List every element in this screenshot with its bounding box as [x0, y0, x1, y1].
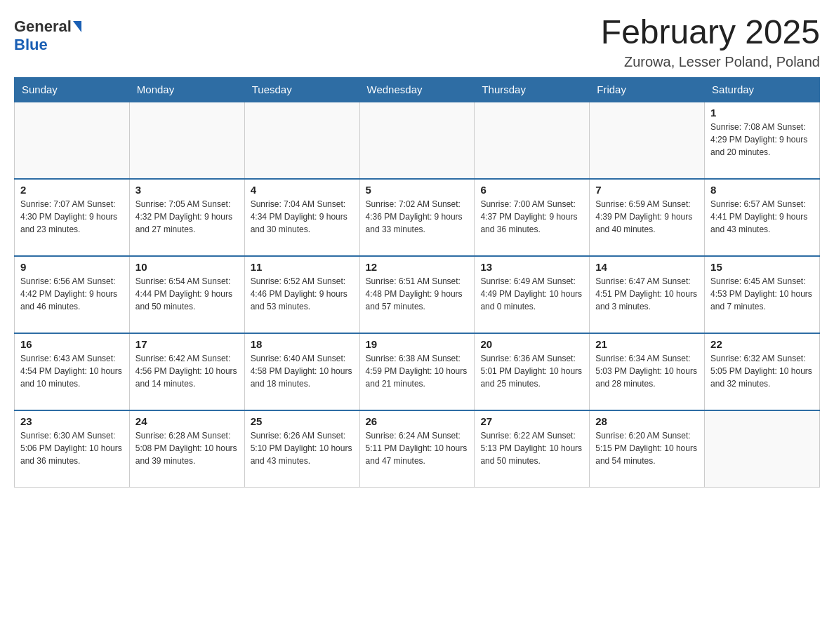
day-info: Sunrise: 7:02 AM Sunset: 4:36 PM Dayligh…	[366, 198, 469, 236]
day-info: Sunrise: 6:56 AM Sunset: 4:42 PM Dayligh…	[20, 275, 124, 313]
calendar-table: SundayMondayTuesdayWednesdayThursdayFrid…	[14, 77, 820, 488]
calendar-cell: 26Sunrise: 6:24 AM Sunset: 5:11 PM Dayli…	[359, 410, 475, 488]
calendar-cell: 4Sunrise: 7:04 AM Sunset: 4:34 PM Daylig…	[244, 179, 359, 256]
day-info: Sunrise: 7:04 AM Sunset: 4:34 PM Dayligh…	[251, 198, 354, 236]
calendar-cell: 24Sunrise: 6:28 AM Sunset: 5:08 PM Dayli…	[129, 410, 244, 488]
calendar-cell: 10Sunrise: 6:54 AM Sunset: 4:44 PM Dayli…	[129, 256, 244, 333]
day-info: Sunrise: 7:07 AM Sunset: 4:30 PM Dayligh…	[20, 198, 124, 236]
weekday-header-tuesday: Tuesday	[244, 77, 359, 102]
calendar-week-4: 16Sunrise: 6:43 AM Sunset: 4:54 PM Dayli…	[15, 333, 820, 410]
day-number: 12	[366, 261, 469, 273]
day-number: 19	[366, 338, 469, 350]
calendar-cell	[244, 102, 359, 179]
logo-blue: Blue	[14, 36, 48, 53]
day-info: Sunrise: 6:24 AM Sunset: 5:11 PM Dayligh…	[366, 429, 469, 467]
calendar-cell: 25Sunrise: 6:26 AM Sunset: 5:10 PM Dayli…	[244, 410, 359, 488]
day-number: 7	[595, 184, 699, 196]
day-number: 28	[595, 415, 699, 427]
day-number: 1	[710, 107, 814, 119]
calendar-cell: 2Sunrise: 7:07 AM Sunset: 4:30 PM Daylig…	[15, 179, 130, 256]
day-number: 14	[595, 261, 699, 273]
calendar-week-1: 1Sunrise: 7:08 AM Sunset: 4:29 PM Daylig…	[15, 102, 820, 179]
day-number: 21	[595, 338, 699, 350]
logo-arrow-icon	[73, 21, 81, 32]
day-number: 8	[710, 184, 814, 196]
calendar-cell: 6Sunrise: 7:00 AM Sunset: 4:37 PM Daylig…	[475, 179, 590, 256]
day-number: 25	[251, 415, 354, 427]
calendar-cell: 27Sunrise: 6:22 AM Sunset: 5:13 PM Dayli…	[475, 410, 590, 488]
weekday-header-thursday: Thursday	[475, 77, 590, 102]
weekday-header-sunday: Sunday	[15, 77, 130, 102]
day-number: 17	[135, 338, 239, 350]
day-info: Sunrise: 6:36 AM Sunset: 5:01 PM Dayligh…	[480, 352, 583, 390]
calendar-cell: 1Sunrise: 7:08 AM Sunset: 4:29 PM Daylig…	[705, 102, 820, 179]
logo-general: General	[14, 18, 72, 36]
day-info: Sunrise: 6:30 AM Sunset: 5:06 PM Dayligh…	[20, 429, 124, 467]
day-info: Sunrise: 6:43 AM Sunset: 4:54 PM Dayligh…	[20, 352, 124, 390]
calendar-cell: 20Sunrise: 6:36 AM Sunset: 5:01 PM Dayli…	[475, 333, 590, 410]
day-number: 23	[20, 415, 124, 427]
calendar-cell: 11Sunrise: 6:52 AM Sunset: 4:46 PM Dayli…	[244, 256, 359, 333]
weekday-header-wednesday: Wednesday	[359, 77, 475, 102]
day-info: Sunrise: 6:49 AM Sunset: 4:49 PM Dayligh…	[480, 275, 583, 313]
calendar-week-2: 2Sunrise: 7:07 AM Sunset: 4:30 PM Daylig…	[15, 179, 820, 256]
calendar-cell: 22Sunrise: 6:32 AM Sunset: 5:05 PM Dayli…	[705, 333, 820, 410]
location-title: Zurowa, Lesser Poland, Poland	[601, 54, 820, 70]
calendar-cell: 3Sunrise: 7:05 AM Sunset: 4:32 PM Daylig…	[129, 179, 244, 256]
calendar-cell: 8Sunrise: 6:57 AM Sunset: 4:41 PM Daylig…	[705, 179, 820, 256]
day-number: 3	[135, 184, 239, 196]
day-info: Sunrise: 6:51 AM Sunset: 4:48 PM Dayligh…	[366, 275, 469, 313]
day-number: 13	[480, 261, 583, 273]
page-header: General Blue February 2025 Zurowa, Lesse…	[14, 14, 820, 70]
day-info: Sunrise: 7:05 AM Sunset: 4:32 PM Dayligh…	[135, 198, 239, 236]
day-number: 24	[135, 415, 239, 427]
day-info: Sunrise: 6:45 AM Sunset: 4:53 PM Dayligh…	[710, 275, 814, 313]
calendar-week-5: 23Sunrise: 6:30 AM Sunset: 5:06 PM Dayli…	[15, 410, 820, 488]
day-info: Sunrise: 6:32 AM Sunset: 5:05 PM Dayligh…	[710, 352, 814, 390]
day-number: 10	[135, 261, 239, 273]
day-number: 22	[710, 338, 814, 350]
day-info: Sunrise: 6:22 AM Sunset: 5:13 PM Dayligh…	[480, 429, 583, 467]
day-number: 5	[366, 184, 469, 196]
day-number: 6	[480, 184, 583, 196]
calendar-cell: 7Sunrise: 6:59 AM Sunset: 4:39 PM Daylig…	[590, 179, 705, 256]
day-number: 9	[20, 261, 124, 273]
calendar-cell: 5Sunrise: 7:02 AM Sunset: 4:36 PM Daylig…	[359, 179, 475, 256]
day-info: Sunrise: 6:57 AM Sunset: 4:41 PM Dayligh…	[710, 198, 814, 236]
day-info: Sunrise: 6:28 AM Sunset: 5:08 PM Dayligh…	[135, 429, 239, 467]
weekday-header-monday: Monday	[129, 77, 244, 102]
weekday-header-friday: Friday	[590, 77, 705, 102]
calendar-cell: 16Sunrise: 6:43 AM Sunset: 4:54 PM Dayli…	[15, 333, 130, 410]
day-info: Sunrise: 6:26 AM Sunset: 5:10 PM Dayligh…	[251, 429, 354, 467]
day-number: 15	[710, 261, 814, 273]
day-number: 27	[480, 415, 583, 427]
month-title: February 2025	[601, 14, 820, 51]
calendar-cell	[15, 102, 130, 179]
calendar-week-3: 9Sunrise: 6:56 AM Sunset: 4:42 PM Daylig…	[15, 256, 820, 333]
calendar-cell	[359, 102, 475, 179]
day-info: Sunrise: 6:38 AM Sunset: 4:59 PM Dayligh…	[366, 352, 469, 390]
day-info: Sunrise: 6:34 AM Sunset: 5:03 PM Dayligh…	[595, 352, 699, 390]
day-info: Sunrise: 7:00 AM Sunset: 4:37 PM Dayligh…	[480, 198, 583, 236]
calendar-cell	[129, 102, 244, 179]
calendar-cell	[475, 102, 590, 179]
calendar-header-row: SundayMondayTuesdayWednesdayThursdayFrid…	[15, 77, 820, 102]
day-info: Sunrise: 6:52 AM Sunset: 4:46 PM Dayligh…	[251, 275, 354, 313]
calendar-cell: 19Sunrise: 6:38 AM Sunset: 4:59 PM Dayli…	[359, 333, 475, 410]
day-number: 20	[480, 338, 583, 350]
calendar-cell	[705, 410, 820, 488]
calendar-cell: 28Sunrise: 6:20 AM Sunset: 5:15 PM Dayli…	[590, 410, 705, 488]
day-info: Sunrise: 6:54 AM Sunset: 4:44 PM Dayligh…	[135, 275, 239, 313]
calendar-cell: 9Sunrise: 6:56 AM Sunset: 4:42 PM Daylig…	[15, 256, 130, 333]
logo: General Blue	[14, 14, 81, 54]
weekday-header-saturday: Saturday	[705, 77, 820, 102]
day-number: 2	[20, 184, 124, 196]
calendar-cell: 13Sunrise: 6:49 AM Sunset: 4:49 PM Dayli…	[475, 256, 590, 333]
day-info: Sunrise: 6:59 AM Sunset: 4:39 PM Dayligh…	[595, 198, 699, 236]
day-number: 26	[366, 415, 469, 427]
calendar-cell: 18Sunrise: 6:40 AM Sunset: 4:58 PM Dayli…	[244, 333, 359, 410]
calendar-cell: 21Sunrise: 6:34 AM Sunset: 5:03 PM Dayli…	[590, 333, 705, 410]
calendar-cell	[590, 102, 705, 179]
title-section: February 2025 Zurowa, Lesser Poland, Pol…	[601, 14, 820, 70]
day-number: 4	[251, 184, 354, 196]
